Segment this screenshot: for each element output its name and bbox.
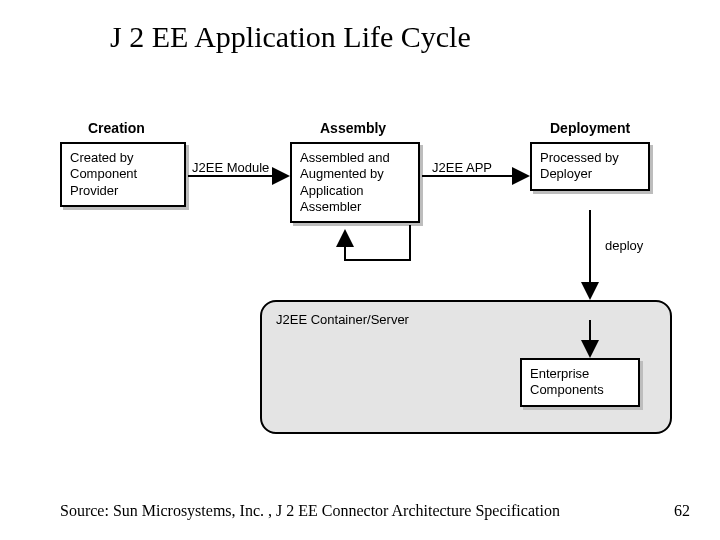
source-citation: Source: Sun Microsystems, Inc. , J 2 EE …: [60, 502, 560, 520]
page-title: J 2 EE Application Life Cycle: [110, 20, 471, 54]
arrows-svg: [60, 120, 680, 450]
arrow-assembly-loop: [345, 225, 410, 260]
lifecycle-diagram: Creation Assembly Deployment Created by …: [60, 120, 680, 450]
page-number: 62: [674, 502, 690, 520]
